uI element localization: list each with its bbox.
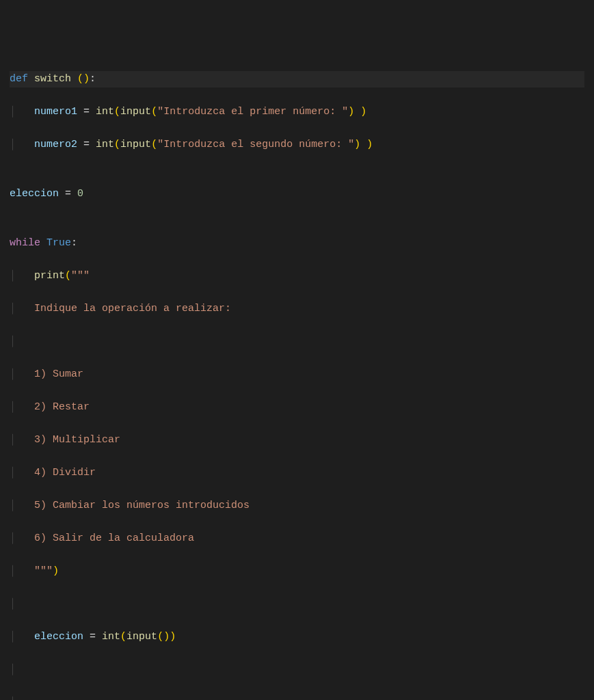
token-fn: input bbox=[126, 631, 157, 643]
token-fn: input bbox=[120, 106, 151, 118]
token-op: = bbox=[83, 139, 90, 150]
token-var: numero2 bbox=[34, 139, 77, 150]
code-line[interactable]: │ bbox=[10, 695, 584, 700]
token-op: = bbox=[83, 106, 90, 118]
code-line[interactable]: def switch (): bbox=[10, 71, 584, 88]
token-kw-flow: while bbox=[10, 237, 40, 249]
code-line[interactable]: │ 3) Multiplicar bbox=[10, 432, 584, 448]
token-paren: ( bbox=[120, 631, 126, 643]
code-line[interactable]: │ numero2 = int(input("Introduzca el seg… bbox=[10, 137, 584, 153]
code-line[interactable]: │ 6) Salir de la calculadora bbox=[10, 530, 584, 547]
code-line[interactable]: │ """) bbox=[10, 563, 584, 580]
token-paren: ) bbox=[170, 631, 176, 643]
token-op: : bbox=[90, 73, 96, 85]
token-fn: int bbox=[96, 106, 114, 118]
code-line[interactable]: │ 5) Cambiar los números introducidos bbox=[10, 498, 584, 514]
code-line[interactable]: │ 4) Dividir bbox=[10, 465, 584, 481]
token-str: 1) Sumar bbox=[34, 368, 83, 380]
token-fn: int bbox=[102, 631, 120, 643]
token-str: 2) Restar bbox=[34, 401, 90, 413]
token-str: """ bbox=[71, 270, 90, 282]
code-line[interactable]: │ eleccion = int(input()) bbox=[10, 629, 584, 645]
code-editor[interactable]: def switch (): │ numero1 = int(input("In… bbox=[10, 71, 584, 700]
code-line[interactable]: while True: bbox=[10, 235, 584, 252]
token-paren: ( bbox=[151, 139, 157, 150]
token-op: : bbox=[71, 237, 77, 249]
token-kw: def bbox=[10, 73, 28, 85]
token-fn: input bbox=[120, 139, 151, 150]
token-var: numero1 bbox=[34, 106, 77, 118]
token-str: 3) Multiplicar bbox=[34, 434, 120, 446]
token-fn: switch bbox=[34, 73, 71, 85]
code-line[interactable]: │ bbox=[10, 334, 584, 350]
code-line[interactable]: │ numero1 = int(input("Introduzca el pri… bbox=[10, 104, 584, 120]
token-paren: ( bbox=[65, 270, 71, 282]
token-str: "Introduzca el primer número: " bbox=[157, 106, 348, 118]
token-const: True bbox=[46, 237, 71, 249]
token-fn: int bbox=[96, 139, 114, 150]
token-paren: ( bbox=[77, 73, 83, 85]
code-line[interactable]: │ 1) Sumar bbox=[10, 366, 584, 383]
token-var: eleccion bbox=[10, 188, 59, 200]
token-paren: ) bbox=[360, 106, 366, 118]
token-str: Indique la operación a realizar: bbox=[34, 303, 231, 314]
token-str: 6) Salir de la calculadora bbox=[34, 533, 194, 544]
token-paren: ) bbox=[354, 139, 360, 150]
token-num: 0 bbox=[77, 188, 83, 200]
token-paren: ( bbox=[151, 106, 157, 118]
token-paren: ) bbox=[348, 106, 354, 118]
code-line[interactable]: │ print(""" bbox=[10, 268, 584, 284]
token-paren: ) bbox=[53, 565, 59, 577]
token-str: """ bbox=[34, 565, 53, 577]
code-line[interactable]: eleccion = 0 bbox=[10, 186, 584, 202]
token-paren: ) bbox=[83, 73, 90, 85]
code-line[interactable]: │ bbox=[10, 662, 584, 678]
token-str: 5) Cambiar los números introducidos bbox=[34, 500, 249, 511]
code-line[interactable]: │ bbox=[10, 596, 584, 612]
code-line[interactable]: │ 2) Restar bbox=[10, 399, 584, 416]
token-op: = bbox=[65, 188, 71, 200]
token-paren: ( bbox=[114, 139, 120, 150]
token-str: 4) Dividir bbox=[34, 467, 96, 479]
token-paren: ( bbox=[157, 631, 163, 643]
token-paren: ( bbox=[114, 106, 120, 118]
token-op: = bbox=[90, 631, 96, 643]
token-str: "Introduzca el segundo número: " bbox=[157, 139, 354, 150]
token-fn: print bbox=[34, 270, 65, 282]
token-var: eleccion bbox=[34, 631, 83, 643]
token-paren: ) bbox=[163, 631, 170, 643]
code-line[interactable]: │ Indique la operación a realizar: bbox=[10, 301, 584, 317]
token-paren: ) bbox=[366, 139, 373, 150]
